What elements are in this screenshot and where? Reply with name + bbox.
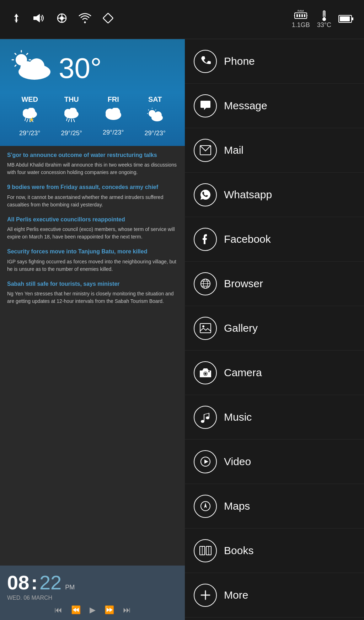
svg-point-7 (60, 17, 63, 20)
app-item-camera[interactable]: Camera (185, 351, 364, 395)
forecast-wed-day: WED (9, 95, 51, 104)
app-menu: Phone Message Mail (185, 39, 364, 620)
svg-line-46 (148, 110, 149, 110)
news-feed: S'gor to announce outcome of water restr… (0, 146, 185, 566)
media-next-next-button[interactable]: ⏭ (123, 605, 131, 615)
news-desc-4: Ng Yen Yen stresses that her ministry is… (7, 290, 178, 305)
app-label-video: Video (224, 456, 251, 468)
status-bar: RAM 1.1GB 33°C (0, 0, 364, 39)
message-icon (194, 94, 217, 117)
forecast-fri-day: FRI (92, 95, 134, 104)
forecast-wed-temp: 29°/23° (9, 130, 51, 137)
music-icon (194, 406, 217, 429)
svg-point-32 (29, 58, 44, 74)
clock-ampm: PM (65, 584, 75, 591)
clock-hours: 08 (7, 571, 29, 594)
svg-marker-1 (14, 14, 18, 22)
svg-rect-2 (33, 16, 36, 20)
forecast-sat: SAT 29°/23° (134, 95, 176, 137)
media-prev-button[interactable]: ⏪ (71, 605, 81, 615)
app-item-more[interactable]: More (185, 573, 364, 618)
weather-widget: 30° WED ⚡ (0, 39, 185, 146)
volume-icon (33, 12, 46, 26)
svg-rect-11 (299, 14, 300, 17)
svg-marker-63 (204, 459, 208, 464)
forecast-wed-icon: ⚡ (9, 108, 51, 125)
news-title-1: 9 bodies were from Friday assault, conce… (7, 183, 178, 191)
status-icons-right: RAM 1.1GB 33°C (292, 10, 353, 29)
gallery-icon (194, 317, 217, 340)
forecast-thu: THU 29°/25° (51, 95, 93, 137)
rotate-icon (102, 12, 114, 26)
app-item-gallery[interactable]: Gallery (185, 306, 364, 351)
app-label-mail: Mail (224, 144, 243, 156)
app-label-maps: Maps (224, 500, 250, 512)
news-title-2: All Perlis executive councillors reappoi… (7, 216, 178, 224)
location-icon (56, 12, 68, 26)
svg-point-50 (155, 111, 162, 119)
svg-rect-19 (352, 17, 353, 20)
news-desc-0: MB Abdul Khalid Ibrahim will announce th… (7, 161, 178, 176)
maps-icon (194, 495, 217, 518)
ram-value: 1.1GB (292, 21, 310, 29)
app-item-books[interactable]: Books (185, 529, 364, 573)
battery-icon (338, 13, 353, 26)
media-prev-prev-button[interactable]: ⏮ (54, 605, 62, 615)
forecast-thu-temp: 29°/25° (51, 130, 93, 137)
current-temp: 30° (59, 52, 102, 85)
svg-marker-3 (36, 14, 40, 22)
app-label-browser: Browser (224, 278, 263, 290)
app-item-message[interactable]: Message (185, 84, 364, 128)
clock-minutes: 22 (39, 571, 61, 594)
whatsapp-icon (194, 183, 217, 206)
weather-forecast: WED ⚡ 29°/23° TH (9, 95, 176, 137)
phone-icon (194, 50, 217, 73)
news-item-0[interactable]: S'gor to announce outcome of water restr… (7, 151, 178, 176)
svg-point-58 (202, 325, 204, 327)
status-icons-left (11, 12, 292, 26)
svg-line-47 (155, 110, 156, 110)
app-item-phone[interactable]: Phone (185, 39, 364, 84)
browser-icon (194, 272, 217, 295)
app-label-phone: Phone (224, 55, 255, 67)
video-icon (194, 450, 217, 473)
weather-main: 30° (9, 50, 176, 86)
svg-point-39 (69, 108, 77, 115)
app-label-books: Books (224, 545, 253, 557)
data-sync-icon (11, 12, 22, 26)
svg-marker-65 (204, 503, 207, 508)
news-item-2[interactable]: All Perlis executive councillors reappoi… (7, 216, 178, 241)
app-label-message: Message (224, 100, 267, 112)
current-weather-icon (9, 50, 52, 86)
app-item-browser[interactable]: Browser (185, 262, 364, 306)
app-item-mail[interactable]: Mail (185, 128, 364, 173)
temp-info: 33°C (317, 10, 331, 29)
news-title-3: Security forces move into Tanjung Batu, … (7, 248, 178, 256)
news-item-3[interactable]: Security forces move into Tanjung Batu, … (7, 248, 178, 273)
news-item-1[interactable]: 9 bodies were from Friday assault, conce… (7, 183, 178, 208)
forecast-wed: WED ⚡ 29°/23° (9, 95, 51, 137)
svg-point-35 (27, 108, 35, 115)
facebook-icon (194, 228, 217, 251)
clock-colon: : (31, 571, 38, 594)
media-next-button[interactable]: ⏩ (105, 605, 114, 615)
app-item-facebook[interactable]: Facebook (185, 217, 364, 262)
app-item-music[interactable]: Music (185, 395, 364, 440)
app-item-video[interactable]: Video (185, 440, 364, 484)
app-item-whatsapp[interactable]: Whatsapp (185, 173, 364, 217)
svg-rect-57 (200, 324, 211, 333)
forecast-sat-icon (134, 108, 176, 125)
forecast-thu-day: THU (51, 95, 93, 104)
media-controls: ⏮ ⏪ ▶ ⏩ ⏭ (7, 605, 178, 616)
clock-section: 08 : 22 PM WED. 06 MARCH ⏮ ⏪ ▶ ⏩ ⏭ (0, 566, 185, 620)
ram-info: RAM 1.1GB (292, 10, 310, 29)
svg-rect-8 (103, 13, 113, 23)
news-item-4[interactable]: Sabah still safe for tourists, says mini… (7, 280, 178, 305)
app-item-maps[interactable]: Maps (185, 484, 364, 529)
wifi-icon (78, 12, 92, 26)
svg-line-29 (15, 65, 16, 66)
forecast-sat-day: SAT (134, 95, 176, 104)
media-play-button[interactable]: ▶ (90, 605, 96, 615)
svg-rect-13 (304, 14, 305, 17)
app-label-more: More (224, 589, 248, 601)
